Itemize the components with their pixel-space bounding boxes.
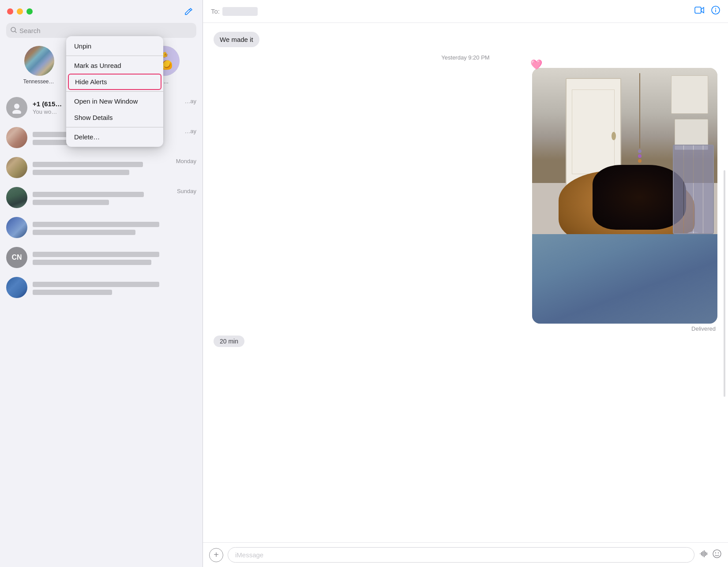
bar [694,145,703,233]
scrollbar[interactable] [724,170,725,397]
conv-avatar-1 [6,97,27,118]
emoji-button[interactable] [712,549,722,561]
svg-point-3 [12,110,21,114]
svg-point-2 [14,104,19,109]
conv-info-3 [33,160,171,175]
pinned-item-1[interactable]: Tennessee Flor… [23,46,55,85]
conv-name-blurred-3 [33,162,143,167]
conv-avatar-3 [6,157,27,178]
ctx-hide-alerts[interactable]: Hide Alerts [68,74,161,90]
delivered-label: Delivered [532,325,717,332]
message-reaction: 🩷 [530,59,542,71]
conv-time-1: …ay [184,98,196,104]
conv-avatar-4 [6,187,27,208]
chat-to-section: To: [211,7,694,16]
conv-preview-blurred-5 [33,230,135,235]
svg-point-7 [715,8,716,9]
ctx-unpin[interactable]: Unpin [66,38,163,54]
message-bubble-1: We made it [214,32,259,47]
chat-header: To: [203,0,728,23]
conversation-item-5[interactable] [0,213,203,242]
wall-frame-1 [671,75,708,114]
ctx-divider-1 [66,56,163,56]
conv-name-blurred-4 [33,192,144,197]
search-placeholder: Search [19,27,41,34]
sidebar: Search Tennessee Flor… [0,0,203,567]
ctx-open-new-window[interactable]: Open in New Window [66,93,163,109]
conv-avatar-2 [6,127,27,148]
bar [674,145,683,233]
traffic-lights [7,8,33,15]
pinned-label-1: Tennessee Flor… [23,78,55,85]
conv-time-2: …ay [184,128,196,134]
conv-name-blurred-5 [33,222,159,227]
conv-avatar-img-4 [6,187,27,208]
conv-time-3: Monday [176,158,196,164]
conv-avatar-img-5 [6,217,27,238]
maximize-button[interactable] [26,8,33,15]
ctx-show-details[interactable]: Show Details [66,109,163,126]
string [639,73,640,148]
conv-initials-6: CN [11,254,22,261]
bar [684,145,693,233]
conversation-item-7[interactable] [0,272,203,302]
ctx-divider-2 [66,91,163,92]
input-actions [699,549,722,561]
conv-preview-blurred-6 [33,260,151,265]
conversation-item-4[interactable]: Sunday [0,183,203,213]
ctx-divider-3 [66,127,163,127]
close-button[interactable] [7,8,13,15]
conv-name-blurred-7 [33,282,159,287]
avatar-image-1 [24,46,54,76]
add-button[interactable]: + [209,548,223,562]
chat-messages: We made it Yesterday 9:20 PM 🩷 [203,23,728,542]
pinned-avatar-1 [24,46,54,76]
header-actions [694,6,720,17]
svg-point-14 [713,550,721,558]
chat-input-bar: + iMessage [203,542,728,567]
conv-avatar-img-3 [6,157,27,178]
svg-point-15 [715,552,716,553]
svg-point-16 [718,552,719,553]
conversation-item-3[interactable]: Monday [0,153,203,183]
conv-avatar-5 [6,217,27,238]
conv-info-6 [33,250,191,265]
message-image-container: 🩷 [532,68,717,332]
crate [673,145,713,234]
conv-avatar-7 [6,277,27,298]
message-text-1: We made it [220,36,253,43]
titlebar [0,0,203,23]
message-image [532,68,717,324]
time-pill: 20 min [214,336,244,347]
conv-avatar-img-7 [6,277,27,298]
search-bar[interactable]: Search [6,23,196,38]
info-button[interactable] [711,6,720,17]
minimize-button[interactable] [17,8,23,15]
bead-2 [638,154,642,158]
conv-avatar-6: CN [6,247,27,268]
imessage-input[interactable]: iMessage [228,547,694,563]
door-panel [572,90,615,174]
ctx-delete[interactable]: Delete… [66,129,163,145]
dog-black-patch [593,165,687,229]
conv-avatar-img-2 [6,127,27,148]
conversation-item-6[interactable]: CN [0,242,203,272]
dog-photo-bg [532,68,717,324]
plus-icon: + [214,550,219,560]
conv-info-4 [33,190,172,205]
message-timestamp: Yesterday 9:20 PM [214,54,717,61]
compose-button[interactable] [181,4,195,19]
audio-wave-button[interactable] [699,549,709,561]
video-call-button[interactable] [694,6,704,16]
ctx-mark-unread[interactable]: Mark as Unread [66,57,163,74]
conv-name-blurred-6 [33,252,159,257]
conversation-list: +1 (615… You wo… …ay …ay [0,91,203,567]
context-menu: Unpin Mark as Unread Hide Alerts Open in… [66,36,163,147]
conv-preview-blurred-7 [33,290,112,295]
conv-info-7 [33,280,191,295]
conv-time-4: Sunday [177,188,196,194]
bar [703,145,713,233]
svg-line-1 [15,31,16,33]
crate-bars [674,145,713,233]
search-icon [11,27,17,34]
